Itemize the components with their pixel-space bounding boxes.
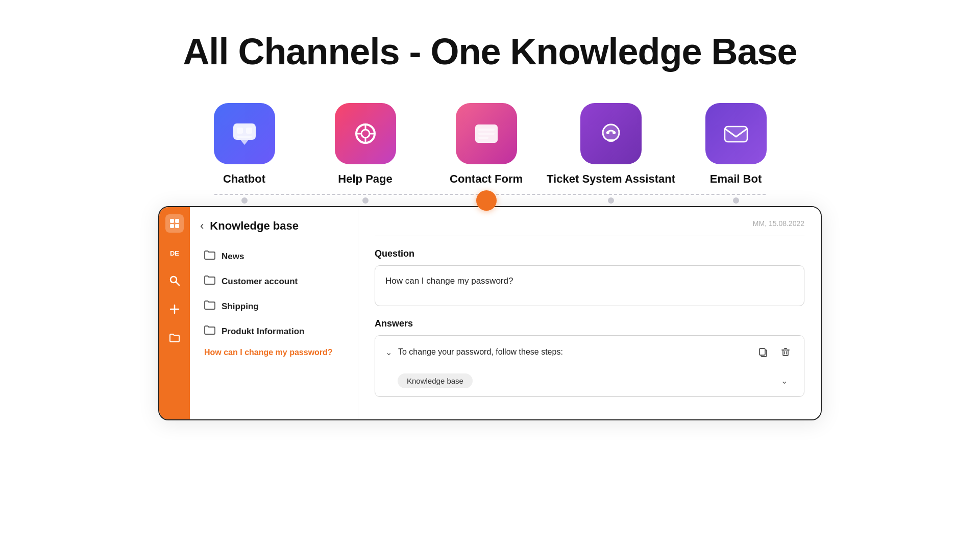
helppage-icon-wrap bbox=[335, 103, 396, 164]
svg-rect-29 bbox=[760, 348, 765, 355]
channel-chatbot[interactable]: Chatbot bbox=[184, 103, 305, 186]
svg-rect-18 bbox=[608, 139, 614, 142]
answers-section: Answers ⌄ To change your password, follo… bbox=[375, 318, 804, 397]
svg-rect-21 bbox=[175, 219, 179, 223]
answer-card-header: ⌄ To change your password, follow these … bbox=[375, 336, 804, 368]
helppage-dot bbox=[362, 197, 369, 204]
answer-actions bbox=[755, 344, 794, 360]
svg-rect-19 bbox=[725, 127, 747, 142]
svg-marker-4 bbox=[240, 140, 249, 145]
svg-rect-20 bbox=[170, 219, 174, 223]
channels-row: Chatbot Help Page bbox=[184, 103, 796, 186]
contactform-icon-wrap bbox=[456, 103, 517, 164]
contactform-label: Contact Form bbox=[450, 172, 523, 186]
svg-point-17 bbox=[612, 131, 616, 134]
channel-helppage[interactable]: Help Page bbox=[305, 103, 426, 186]
channel-emailbot[interactable]: Email Bot bbox=[675, 103, 796, 186]
nav-list: News Customer account bbox=[200, 245, 348, 343]
folder-icon-customer bbox=[204, 275, 215, 288]
nav-item-shipping[interactable]: Shipping bbox=[200, 295, 348, 318]
emailbot-icon-wrap bbox=[705, 103, 767, 164]
answer-card: ⌄ To change your password, follow these … bbox=[375, 335, 804, 397]
contactform-dot-active bbox=[476, 190, 497, 211]
svg-line-25 bbox=[176, 282, 179, 285]
svg-point-6 bbox=[361, 130, 370, 138]
nav-item-news[interactable]: News bbox=[200, 245, 348, 268]
answer-text: To change your password, follow these st… bbox=[398, 347, 749, 357]
nav-item-news-label: News bbox=[222, 252, 244, 262]
svg-rect-12 bbox=[478, 129, 495, 131]
folder-icon-news bbox=[204, 250, 215, 263]
ticketsystem-icon-wrap bbox=[580, 103, 642, 164]
svg-rect-30 bbox=[783, 350, 788, 356]
channel-ticketsystem[interactable]: Ticket System Assistant bbox=[547, 103, 675, 186]
svg-rect-22 bbox=[170, 224, 174, 228]
sidebar: DE bbox=[159, 207, 190, 419]
channel-contactform[interactable]: Contact Form bbox=[426, 103, 547, 186]
nav-item-customer-account[interactable]: Customer account bbox=[200, 270, 348, 293]
content-panel: MM, 15.08.2022 Question How can I change… bbox=[358, 207, 821, 419]
nav-item-produkt-info[interactable]: Produkt Information bbox=[200, 320, 348, 343]
sidebar-lang[interactable]: DE bbox=[165, 243, 184, 261]
svg-rect-14 bbox=[478, 137, 488, 139]
nav-header: ‹ Knowledge base bbox=[200, 219, 348, 233]
folder-icon-shipping bbox=[204, 300, 215, 313]
answer-copy-button[interactable] bbox=[755, 344, 771, 360]
svg-rect-3 bbox=[237, 136, 252, 138]
svg-point-15 bbox=[603, 124, 619, 141]
question-section-label: Question bbox=[375, 248, 804, 259]
helppage-label: Help Page bbox=[338, 172, 392, 186]
answer-expand-icon[interactable]: ⌄ bbox=[385, 347, 392, 357]
nav-item-customer-label: Customer account bbox=[222, 277, 298, 287]
nav-item-shipping-label: Shipping bbox=[222, 302, 259, 312]
nav-active-item[interactable]: How can I change my password? bbox=[200, 343, 348, 362]
nav-item-produkt-label: Produkt Information bbox=[222, 327, 304, 337]
content-divider bbox=[375, 236, 804, 236]
tag-chevron-icon: ⌄ bbox=[781, 376, 788, 386]
question-box: How can I change my password? bbox=[375, 265, 804, 306]
chatbot-label: Chatbot bbox=[223, 172, 265, 186]
page-title: All Channels - One Knowledge Base bbox=[183, 31, 797, 72]
content-date: MM, 15.08.2022 bbox=[375, 219, 804, 228]
answer-delete-button[interactable] bbox=[777, 344, 794, 360]
nav-panel: ‹ Knowledge base News bbox=[190, 207, 358, 419]
nav-back-button[interactable]: ‹ bbox=[200, 219, 204, 233]
answer-tag-row: Knowledge base ⌄ bbox=[375, 368, 804, 396]
sidebar-plus-icon[interactable] bbox=[165, 300, 184, 318]
ui-mockup: DE bbox=[158, 206, 822, 420]
ticketsystem-dot bbox=[608, 197, 614, 204]
svg-point-16 bbox=[606, 131, 609, 134]
svg-rect-13 bbox=[478, 133, 495, 135]
svg-rect-23 bbox=[175, 224, 179, 228]
emailbot-label: Email Bot bbox=[710, 172, 762, 186]
svg-rect-1 bbox=[237, 128, 243, 134]
svg-rect-2 bbox=[246, 128, 252, 134]
answer-tag[interactable]: Knowledge base bbox=[398, 373, 473, 388]
nav-title: Knowledge base bbox=[210, 219, 299, 233]
chatbot-dot bbox=[241, 197, 248, 204]
answers-section-label: Answers bbox=[375, 318, 804, 329]
sidebar-folder-icon[interactable] bbox=[165, 329, 184, 347]
ticketsystem-label: Ticket System Assistant bbox=[547, 172, 675, 186]
sidebar-grid-icon[interactable] bbox=[165, 214, 184, 233]
sidebar-search-icon[interactable] bbox=[165, 271, 184, 290]
emailbot-dot bbox=[733, 197, 739, 204]
folder-icon-produkt bbox=[204, 325, 215, 338]
chatbot-icon-wrap bbox=[214, 103, 275, 164]
